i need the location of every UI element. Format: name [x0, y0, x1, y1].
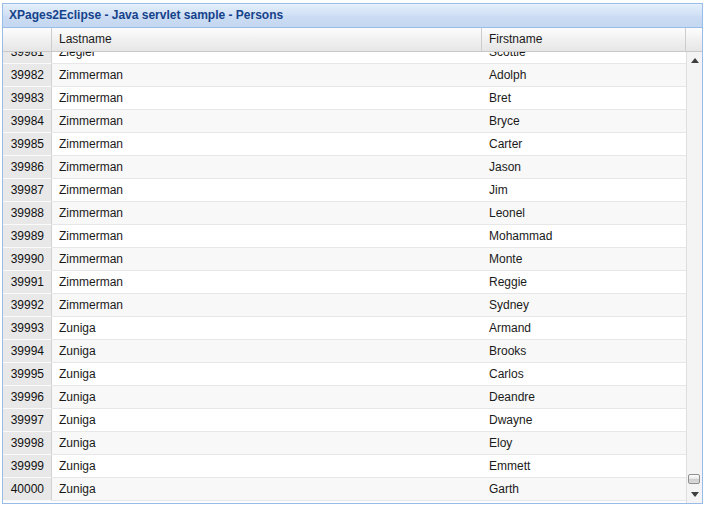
lastname-cell: Zuniga [52, 340, 482, 363]
firstname-cell: Dwayne [482, 409, 686, 432]
table-row[interactable]: 39996ZunigaDeandre [3, 386, 686, 409]
rownum-cell: 40000 [3, 478, 52, 501]
lastname-cell: Zimmerman [52, 110, 482, 133]
firstname-cell: Emmett [482, 455, 686, 478]
rownum-cell: 39981 [3, 52, 52, 64]
lastname-cell: Zuniga [52, 432, 482, 455]
rownum-cell: 39988 [3, 202, 52, 225]
rownum-cell: 39999 [3, 455, 52, 478]
firstname-cell: Bryce [482, 110, 686, 133]
header-firstname[interactable]: Firstname [482, 28, 686, 51]
persons-grid-panel: XPages2Eclipse - Java servlet sample - P… [2, 3, 703, 504]
table-row[interactable]: 39985ZimmermanCarter [3, 133, 686, 156]
table-row[interactable]: 39998ZunigaEloy [3, 432, 686, 455]
firstname-cell: Armand [482, 317, 686, 340]
firstname-cell: Bret [482, 87, 686, 110]
table-row[interactable]: 39994ZunigaBrooks [3, 340, 686, 363]
rownum-cell: 39985 [3, 133, 52, 156]
table-row[interactable]: 39982ZimmermanAdolph [3, 64, 686, 87]
table-row[interactable]: 39981ZieglerScottie [3, 52, 686, 64]
firstname-cell: Monte [482, 248, 686, 271]
rownum-cell: 39987 [3, 179, 52, 202]
table-row[interactable]: 39984ZimmermanBryce [3, 110, 686, 133]
header-rownum [3, 28, 52, 51]
firstname-cell: Jim [482, 179, 686, 202]
rownum-cell: 39993 [3, 317, 52, 340]
table-row[interactable]: 39987ZimmermanJim [3, 179, 686, 202]
rownum-cell: 39984 [3, 110, 52, 133]
rownum-cell: 39986 [3, 156, 52, 179]
header-filler [686, 28, 702, 51]
lastname-cell: Zuniga [52, 363, 482, 386]
lastname-cell: Zuniga [52, 386, 482, 409]
table-row[interactable]: 39990ZimmermanMonte [3, 248, 686, 271]
firstname-cell: Mohammad [482, 225, 686, 248]
table-row[interactable]: 39993ZunigaArmand [3, 317, 686, 340]
firstname-cell: Garth [482, 478, 686, 501]
rownum-cell: 39994 [3, 340, 52, 363]
rownum-cell: 39995 [3, 363, 52, 386]
grid-header: Lastname Firstname [3, 28, 702, 52]
firstname-cell: Sydney [482, 294, 686, 317]
table-row[interactable]: 39983ZimmermanBret [3, 87, 686, 110]
firstname-cell: Carter [482, 133, 686, 156]
table-row[interactable]: 39992ZimmermanSydney [3, 294, 686, 317]
scrollbar-thumb[interactable] [688, 474, 700, 484]
firstname-cell: Jason [482, 156, 686, 179]
scroll-down-button[interactable] [687, 486, 702, 503]
rownum-cell: 39989 [3, 225, 52, 248]
grid-body: 39981ZieglerScottie39982ZimmermanAdolph3… [3, 52, 702, 503]
lastname-cell: Zuniga [52, 409, 482, 432]
lastname-cell: Zimmerman [52, 156, 482, 179]
firstname-cell: Carlos [482, 363, 686, 386]
firstname-cell: Leonel [482, 202, 686, 225]
rownum-cell: 39997 [3, 409, 52, 432]
lastname-cell: Zuniga [52, 455, 482, 478]
lastname-cell: Zimmerman [52, 225, 482, 248]
lastname-cell: Zimmerman [52, 64, 482, 87]
scroll-up-icon [691, 58, 699, 63]
scroll-up-button[interactable] [687, 52, 702, 69]
grid-rows: 39981ZieglerScottie39982ZimmermanAdolph3… [3, 52, 686, 503]
rownum-cell: 39996 [3, 386, 52, 409]
lastname-cell: Zimmerman [52, 179, 482, 202]
firstname-cell: Scottie [482, 52, 686, 64]
rownum-cell: 39992 [3, 294, 52, 317]
table-row[interactable]: 39997ZunigaDwayne [3, 409, 686, 432]
rownum-cell: 39991 [3, 271, 52, 294]
firstname-cell: Reggie [482, 271, 686, 294]
table-row[interactable]: 39999ZunigaEmmett [3, 455, 686, 478]
table-row[interactable]: 39986ZimmermanJason [3, 156, 686, 179]
firstname-cell: Deandre [482, 386, 686, 409]
table-row[interactable]: 39988ZimmermanLeonel [3, 202, 686, 225]
header-lastname[interactable]: Lastname [52, 28, 482, 51]
panel-title: XPages2Eclipse - Java servlet sample - P… [3, 4, 702, 28]
table-row[interactable]: 39989ZimmermanMohammad [3, 225, 686, 248]
table-row[interactable]: 40000ZunigaGarth [3, 478, 686, 501]
lastname-cell: Zimmerman [52, 133, 482, 156]
lastname-cell: Zimmerman [52, 87, 482, 110]
lastname-cell: Ziegler [52, 52, 482, 64]
rownum-cell: 39990 [3, 248, 52, 271]
table-row[interactable]: 39991ZimmermanReggie [3, 271, 686, 294]
firstname-cell: Adolph [482, 64, 686, 87]
lastname-cell: Zimmerman [52, 294, 482, 317]
table-row[interactable]: 39995ZunigaCarlos [3, 363, 686, 386]
rownum-cell: 39982 [3, 64, 52, 87]
rownum-cell: 39998 [3, 432, 52, 455]
rownum-cell: 39983 [3, 87, 52, 110]
lastname-cell: Zuniga [52, 317, 482, 340]
lastname-cell: Zimmerman [52, 271, 482, 294]
scroll-down-icon [691, 492, 699, 497]
lastname-cell: Zimmerman [52, 248, 482, 271]
lastname-cell: Zimmerman [52, 202, 482, 225]
lastname-cell: Zuniga [52, 478, 482, 501]
vertical-scrollbar[interactable] [686, 52, 702, 503]
firstname-cell: Brooks [482, 340, 686, 363]
firstname-cell: Eloy [482, 432, 686, 455]
